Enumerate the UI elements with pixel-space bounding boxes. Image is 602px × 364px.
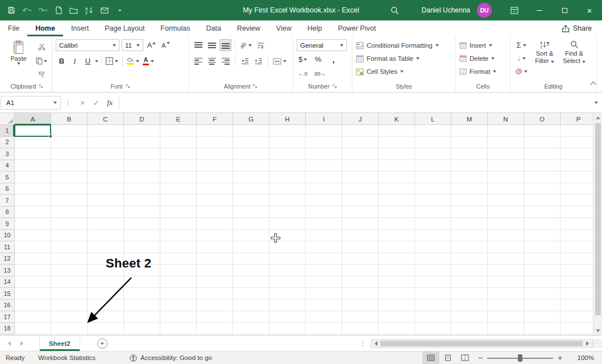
cut-button[interactable] xyxy=(35,41,48,53)
italic-button[interactable]: I xyxy=(69,55,81,67)
row-header-13[interactable]: 13 xyxy=(0,265,14,277)
fill-color-button[interactable] xyxy=(126,55,140,67)
tab-insert[interactable]: Insert xyxy=(63,20,97,36)
row-header-5[interactable]: 5 xyxy=(0,171,14,183)
avatar[interactable]: DU xyxy=(477,3,492,18)
tab-data[interactable]: Data xyxy=(198,20,229,36)
new-file-icon[interactable] xyxy=(54,5,63,15)
font-size-select[interactable]: 11 xyxy=(122,39,143,51)
borders-button[interactable] xyxy=(105,55,119,67)
decrease-decimal-button[interactable]: .00→ xyxy=(312,68,327,80)
tab-view[interactable]: View xyxy=(268,20,300,36)
column-header-O[interactable]: O xyxy=(524,113,561,125)
page-break-view-button[interactable] xyxy=(456,352,474,364)
align-center-button[interactable] xyxy=(206,55,218,67)
formula-input[interactable] xyxy=(119,96,591,110)
column-header-M[interactable]: M xyxy=(451,113,488,125)
row-header-15[interactable]: 15 xyxy=(0,288,14,300)
sheet-bar-drag-dots[interactable]: ⋮ xyxy=(359,340,366,348)
row-header-16[interactable]: 16 xyxy=(0,300,14,312)
column-header-F[interactable]: F xyxy=(197,113,233,125)
close-button[interactable]: × xyxy=(577,0,602,20)
bold-button[interactable]: B xyxy=(56,55,68,67)
ribbon-display-options-icon[interactable] xyxy=(502,0,527,20)
column-header-G[interactable]: G xyxy=(233,113,269,125)
tab-power-pivot[interactable]: Power Pivot xyxy=(330,20,384,36)
add-sheet-button[interactable]: + xyxy=(97,338,107,349)
cancel-icon[interactable]: × xyxy=(76,96,89,110)
font-color-button[interactable]: A xyxy=(142,55,155,67)
zoom-level[interactable]: 100% xyxy=(568,354,594,361)
align-right-button[interactable] xyxy=(219,55,231,67)
formula-bar-drag-dots[interactable]: ⋮ xyxy=(65,99,72,107)
scroll-up-icon[interactable] xyxy=(593,113,602,122)
column-header-H[interactable]: H xyxy=(269,113,306,125)
insert-function-icon[interactable]: fx xyxy=(103,96,117,110)
zoom-slider[interactable] xyxy=(487,352,553,364)
tab-file[interactable]: File xyxy=(0,20,27,36)
font-dialog-launcher[interactable] xyxy=(126,84,130,89)
number-dialog-launcher[interactable] xyxy=(333,84,337,89)
minimize-button[interactable] xyxy=(527,0,552,20)
fill-handle[interactable] xyxy=(49,135,52,138)
column-header-L[interactable]: L xyxy=(415,113,451,125)
name-box[interactable]: A1 xyxy=(1,96,61,110)
row-header-1[interactable]: 1 xyxy=(0,125,14,137)
column-header-K[interactable]: K xyxy=(379,113,415,125)
user-name[interactable]: Daniel Uchenna xyxy=(422,6,470,14)
search-icon[interactable] xyxy=(391,6,399,15)
decrease-indent-button[interactable] xyxy=(239,55,251,67)
merge-center-button[interactable] xyxy=(272,55,288,67)
clipboard-dialog-launcher[interactable] xyxy=(39,84,43,89)
zoom-out-button[interactable]: − xyxy=(474,352,487,364)
qat-customize-icon[interactable] xyxy=(115,5,124,15)
row-header-10[interactable]: 10 xyxy=(0,230,14,242)
accessibility-status[interactable]: Accessibility: Good to go xyxy=(130,354,212,362)
column-header-B[interactable]: B xyxy=(51,113,88,125)
save-icon[interactable] xyxy=(7,5,16,15)
horizontal-scrollbar-thumb[interactable] xyxy=(380,341,583,346)
page-layout-view-button[interactable] xyxy=(439,352,456,364)
column-header-E[interactable]: E xyxy=(160,113,197,125)
vertical-scrollbar[interactable] xyxy=(593,113,602,335)
undo-icon[interactable]: ↶ xyxy=(22,5,32,15)
increase-indent-button[interactable] xyxy=(252,55,264,67)
sheet-tab-sheet2[interactable]: Sheet2 xyxy=(39,336,80,351)
sheet-nav-next-icon[interactable] xyxy=(20,341,23,346)
comma-style-button[interactable]: , xyxy=(327,53,339,65)
format-painter-button[interactable] xyxy=(35,69,48,81)
vertical-scrollbar-thumb[interactable] xyxy=(595,123,601,315)
format-cells-button[interactable]: Format xyxy=(459,65,506,78)
row-header-18[interactable]: 18 xyxy=(0,323,14,335)
scroll-right-icon[interactable] xyxy=(583,340,592,348)
align-top-button[interactable] xyxy=(192,39,204,51)
currency-button[interactable]: $ xyxy=(297,53,309,65)
format-as-table-button[interactable]: Format as Table xyxy=(356,52,452,65)
column-header-A[interactable]: A xyxy=(15,113,51,125)
font-family-select[interactable]: Calibri xyxy=(56,39,119,51)
row-header-14[interactable]: 14 xyxy=(0,277,14,288)
align-bottom-button[interactable] xyxy=(219,39,231,51)
copy-button[interactable] xyxy=(35,55,48,67)
share-button[interactable]: Share xyxy=(551,20,602,36)
sheet-nav-prev-icon[interactable] xyxy=(8,341,11,346)
align-left-button[interactable] xyxy=(192,55,204,67)
row-header-12[interactable]: 12 xyxy=(0,253,14,265)
align-middle-button[interactable] xyxy=(206,39,218,51)
column-header-J[interactable]: J xyxy=(342,113,379,125)
scroll-down-icon[interactable] xyxy=(593,326,602,335)
redo-icon[interactable]: ↷ xyxy=(38,5,48,15)
underline-button[interactable]: U xyxy=(82,55,94,67)
select-all-corner[interactable] xyxy=(0,113,15,125)
open-file-icon[interactable] xyxy=(69,5,78,15)
increase-font-button[interactable]: A xyxy=(146,39,157,51)
column-header-N[interactable]: N xyxy=(488,113,524,125)
maximize-button[interactable] xyxy=(552,0,577,20)
row-header-11[interactable]: 11 xyxy=(0,241,14,253)
scroll-left-icon[interactable] xyxy=(371,340,380,348)
insert-cells-button[interactable]: Insert xyxy=(459,39,506,52)
fill-button[interactable]: ↓ xyxy=(514,52,529,64)
cell-selection[interactable] xyxy=(14,124,51,137)
column-header-P[interactable]: P xyxy=(561,113,593,125)
expand-formula-bar-icon[interactable] xyxy=(595,102,598,104)
